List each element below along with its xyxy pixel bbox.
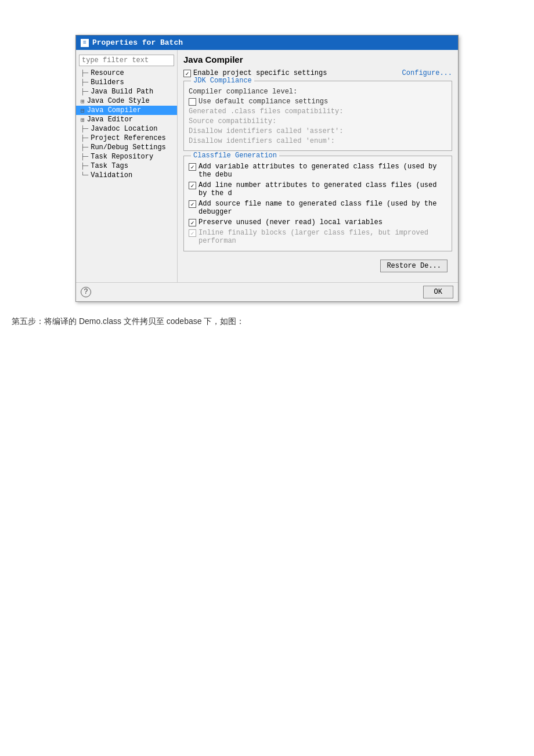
section-content: Compiler compliance level: Use default c… <box>184 85 452 150</box>
sidebar: ├─ Resource ├─ Builders ├─ Java Build Pa… <box>76 50 178 282</box>
tree-connector: ├─ <box>81 153 88 160</box>
tree-connector: └─ <box>81 172 88 179</box>
checkbox-add-line-number[interactable]: Add line number attributes to generated … <box>189 181 447 197</box>
dialog-title: Properties for Batch <box>92 38 183 47</box>
tree-connector: ├─ <box>81 70 88 77</box>
checkbox-add-source-file[interactable]: Add source file name to generated class … <box>189 200 447 216</box>
restore-defaults-button[interactable]: Restore De... <box>380 260 448 272</box>
ok-button[interactable]: OK <box>423 286 453 298</box>
classfile-legend: Classfile Generation <box>191 152 279 160</box>
sidebar-item-label: Builders <box>91 78 124 87</box>
tree-connector: ⊞ <box>81 98 85 105</box>
sidebar-item-label: Java Build Path <box>91 88 153 96</box>
checkbox-add-variable-cb[interactable] <box>189 163 196 171</box>
checkbox-add-source-file-cb[interactable] <box>189 200 196 208</box>
configure-link[interactable]: Configure... <box>402 69 452 77</box>
sidebar-item-label: Task Tags <box>91 162 128 170</box>
generated-class-row: Generated .class files compatibility: <box>189 107 447 116</box>
sidebar-item-builders[interactable]: ├─ Builders <box>76 78 177 87</box>
tree-connector: ├─ <box>81 79 88 86</box>
tree-connector: ├─ <box>81 144 88 151</box>
generated-class-label: Generated .class files compatibility: <box>189 107 343 116</box>
disallow-assert-row: Disallow identifiers called 'assert': <box>189 127 447 135</box>
sidebar-item-label: Task Repository <box>91 153 153 161</box>
source-compat-label: Source compatibility: <box>189 117 276 125</box>
step-text: 第五步：将编译的 Demo.class 文件拷贝至 codebase 下，如图： <box>12 315 522 327</box>
compiler-compliance-row: Compiler compliance level: <box>189 88 447 96</box>
tree-connector: ├─ <box>81 88 88 95</box>
checkbox-add-line-number-cb[interactable] <box>189 182 196 189</box>
checkbox-preserve-unused[interactable]: Preserve unused (never read) local varia… <box>189 218 447 226</box>
dialog-bottom-bar: ? OK <box>76 282 458 301</box>
sidebar-item-javadoc-location[interactable]: ├─ Javadoc Location <box>76 124 177 134</box>
sidebar-item-java-build-path[interactable]: ├─ Java Build Path <box>76 87 177 96</box>
sidebar-item-label: Java Editor <box>87 116 133 124</box>
classfile-generation-section: Classfile Generation Add variable attrib… <box>183 156 452 251</box>
jdk-compliance-section: JDK Compliance Compiler compliance level… <box>183 81 452 151</box>
tree-connector: ├─ <box>81 163 88 170</box>
use-default-label: Use default compliance settings <box>199 98 328 106</box>
sidebar-item-task-repository[interactable]: ├─ Task Repository <box>76 152 177 161</box>
help-icon[interactable]: ? <box>81 287 91 297</box>
checkbox-inline-finally-label: Inline finally blocks (larger class file… <box>199 229 447 245</box>
title-icon: ≡ <box>81 39 89 47</box>
tree-connector: ⊟ <box>81 107 85 114</box>
properties-dialog: ≡ Properties for Batch ├─ Resource ├─ Bu… <box>75 35 459 302</box>
sidebar-item-label: Resource <box>91 69 124 77</box>
compiler-compliance-label: Compiler compliance level: <box>189 88 297 96</box>
checkbox-preserve-unused-cb[interactable] <box>189 219 196 226</box>
sidebar-item-label: Validation <box>91 171 132 179</box>
classfile-content: Add variable attributes to generated cla… <box>184 160 452 251</box>
disallow-enum-row: Disallow identifiers called 'enum': <box>189 137 447 145</box>
checkbox-add-variable-label: Add variable attributes to generated cla… <box>199 163 447 179</box>
sidebar-item-validation[interactable]: └─ Validation <box>76 171 177 180</box>
enable-row: Enable project specific settings Configu… <box>183 69 452 77</box>
tree-connector: ├─ <box>81 125 88 132</box>
enable-label-text: Enable project specific settings <box>193 69 327 77</box>
sidebar-item-label: Run/Debug Settings <box>91 143 166 152</box>
dialog-main: ├─ Resource ├─ Builders ├─ Java Build Pa… <box>76 50 458 282</box>
sidebar-item-java-code-style[interactable]: ⊞ Java Code Style <box>76 96 177 106</box>
use-default-compliance-row[interactable]: Use default compliance settings <box>189 98 447 106</box>
disallow-enum-label: Disallow identifiers called 'enum': <box>189 137 335 145</box>
restore-defaults-row: Restore De... <box>183 256 452 276</box>
panel-title: Java Compiler <box>183 55 452 64</box>
source-compat-row: Source compatibility: <box>189 117 447 125</box>
enable-label[interactable]: Enable project specific settings <box>183 69 327 77</box>
sidebar-item-label: Java Compiler <box>87 106 142 114</box>
dialog-body: ├─ Resource ├─ Builders ├─ Java Build Pa… <box>76 50 458 301</box>
tree-connector: ⊞ <box>81 116 85 124</box>
sidebar-item-label: Javadoc Location <box>91 125 157 133</box>
sidebar-item-label: Java Code Style <box>87 97 150 105</box>
checkbox-add-line-number-label: Add line number attributes to generated … <box>199 181 447 197</box>
sidebar-item-label: Project References <box>91 134 166 142</box>
content-panel: Java Compiler Enable project specific se… <box>178 50 458 282</box>
tree-connector: ├─ <box>81 135 88 142</box>
checkbox-add-source-file-label: Add source file name to generated class … <box>199 200 447 216</box>
use-default-checkbox[interactable] <box>189 98 196 106</box>
disallow-assert-label: Disallow identifiers called 'assert': <box>189 127 343 135</box>
sidebar-item-java-compiler[interactable]: ⊟ Java Compiler <box>76 106 177 115</box>
checkbox-preserve-unused-label: Preserve unused (never read) local varia… <box>199 218 383 226</box>
filter-input[interactable] <box>79 55 174 66</box>
sidebar-item-task-tags[interactable]: ├─ Task Tags <box>76 161 177 171</box>
checkbox-inline-finally-cb[interactable] <box>189 229 196 237</box>
sidebar-item-resource[interactable]: ├─ Resource <box>76 69 177 78</box>
jdk-compliance-legend: JDK Compliance <box>191 77 254 85</box>
checkbox-inline-finally[interactable]: Inline finally blocks (larger class file… <box>189 229 447 245</box>
sidebar-item-run-debug-settings[interactable]: ├─ Run/Debug Settings <box>76 143 177 152</box>
sidebar-item-java-editor[interactable]: ⊞ Java Editor <box>76 115 177 124</box>
checkbox-add-variable[interactable]: Add variable attributes to generated cla… <box>189 163 447 179</box>
sidebar-item-project-references[interactable]: ├─ Project References <box>76 134 177 143</box>
dialog-titlebar: ≡ Properties for Batch <box>76 35 458 50</box>
